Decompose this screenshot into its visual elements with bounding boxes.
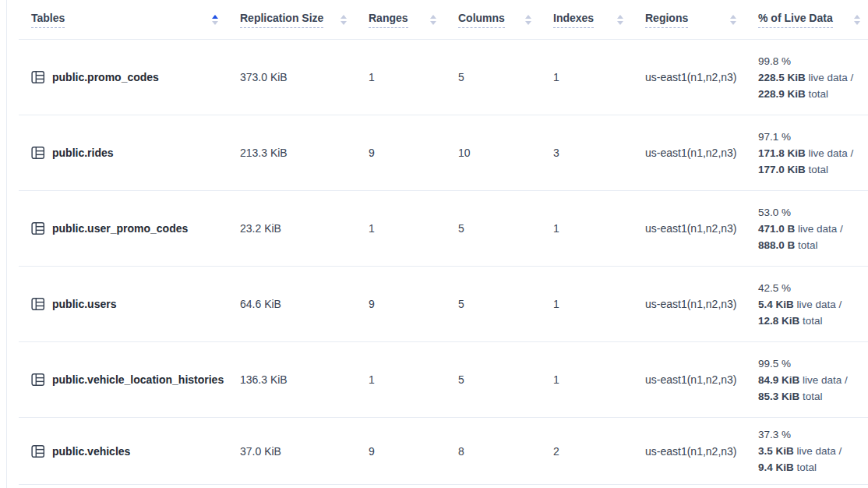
columns-cell: 5 [444,342,539,417]
column-header-indexes[interactable]: Indexes [539,0,631,39]
regions-cell: us-east1(n1,n2,n3) [631,418,744,484]
table-row[interactable]: public.rides 213.3 KiB 9 10 3 us-east1(n… [19,115,868,191]
indexes-cell: 3 [539,115,631,190]
table-name-cell: public.users [19,267,226,341]
table-icon [31,70,45,84]
table-name-link[interactable]: public.promo_codes [52,71,159,83]
live-data-percent: 42.5 % [758,280,791,296]
sort-icon[interactable] [430,15,436,25]
total-data-bytes: 888.0 B total [758,237,818,253]
live-data-cell: 99.5 % 84.9 KiB live data / 85.3 KiB tot… [744,342,868,417]
column-header-label: Columns [458,12,505,28]
table-icon [31,297,45,311]
left-panel-edge [6,0,7,488]
live-data-bytes: 3.5 KiB live data / [758,443,842,459]
live-data-bytes: 5.4 KiB live data / [758,296,842,313]
table-name-cell: public.rides [19,115,226,190]
column-header-live-data[interactable]: % of Live Data [744,0,868,39]
columns-cell: 5 [444,267,539,341]
column-header-label: Indexes [553,12,594,28]
table-row[interactable]: public.vehicles 37.0 KiB 9 8 2 us-east1(… [19,418,868,485]
total-data-bytes: 228.9 KiB total [758,86,828,102]
replication-size-cell: 37.0 KiB [226,418,355,484]
live-data-percent: 97.1 % [758,129,791,145]
table-name-link[interactable]: public.vehicles [52,445,130,458]
table-name-link[interactable]: public.user_promo_codes [52,222,188,235]
total-data-bytes: 12.8 KiB total [758,313,823,329]
table-icon [31,373,45,387]
replication-size-cell: 373.0 KiB [226,40,355,115]
regions-cell: us-east1(n1,n2,n3) [631,115,744,190]
ranges-cell: 9 [355,418,444,484]
regions-cell: us-east1(n1,n2,n3) [631,267,744,341]
table-row[interactable]: public.vehicle_location_histories 136.3 … [19,342,868,418]
replication-size-cell: 64.6 KiB [226,267,355,341]
ranges-cell: 1 [355,342,444,417]
live-data-percent: 99.8 % [758,53,791,69]
regions-cell: us-east1(n1,n2,n3) [631,191,744,266]
regions-cell: us-east1(n1,n2,n3) [631,40,744,115]
live-data-cell: 37.3 % 3.5 KiB live data / 9.4 KiB total [744,418,868,484]
table-icon [31,444,45,458]
sort-icon[interactable] [854,15,860,25]
live-data-bytes: 228.5 KiB live data / [758,69,853,86]
indexes-cell: 1 [539,40,631,115]
replication-size-cell: 213.3 KiB [226,115,355,190]
live-data-cell: 97.1 % 171.8 KiB live data / 177.0 KiB t… [744,115,868,190]
table-icon [31,221,45,235]
columns-cell: 10 [444,115,539,190]
live-data-bytes: 84.9 KiB live data / [758,372,848,388]
total-data-bytes: 85.3 KiB total [758,388,823,405]
sort-icon[interactable] [525,15,531,25]
total-data-bytes: 177.0 KiB total [758,161,828,178]
table-row[interactable]: public.promo_codes 373.0 KiB 1 5 1 us-ea… [19,40,868,115]
live-data-percent: 99.5 % [758,355,791,372]
column-header-label: Tables [31,12,65,28]
ranges-cell: 1 [355,191,444,266]
column-header-label: Ranges [369,12,408,28]
table-name-link[interactable]: public.users [52,298,116,310]
ranges-cell: 1 [355,40,444,115]
tables-list: Tables Replication Size Ranges Columns I… [19,0,868,485]
ranges-cell: 9 [355,267,444,341]
column-header-columns[interactable]: Columns [444,0,539,39]
table-name-cell: public.vehicle_location_histories [19,342,226,417]
table-header-row: Tables Replication Size Ranges Columns I… [19,0,868,40]
indexes-cell: 1 [539,267,631,341]
sort-icon[interactable] [730,15,736,25]
indexes-cell: 2 [539,418,631,484]
column-header-label: Replication Size [240,12,323,28]
live-data-cell: 99.8 % 228.5 KiB live data / 228.9 KiB t… [744,40,868,115]
table-icon [31,146,45,160]
table-name-cell: public.user_promo_codes [19,191,226,266]
live-data-cell: 53.0 % 471.0 B live data / 888.0 B total [744,191,868,266]
sort-icon[interactable] [340,15,347,25]
live-data-bytes: 471.0 B live data / [758,221,843,237]
table-name-link[interactable]: public.vehicle_location_histories [52,373,224,386]
column-header-replication-size[interactable]: Replication Size [226,0,355,39]
column-header-label: Regions [645,12,688,28]
live-data-percent: 37.3 % [758,426,791,443]
indexes-cell: 1 [539,342,631,417]
sort-icon[interactable] [617,15,623,25]
column-header-ranges[interactable]: Ranges [355,0,444,39]
indexes-cell: 1 [539,191,631,266]
live-data-bytes: 171.8 KiB live data / [758,145,853,161]
sort-icon[interactable] [212,15,218,25]
live-data-percent: 53.0 % [758,204,791,221]
column-header-regions[interactable]: Regions [631,0,744,39]
table-row[interactable]: public.user_promo_codes 23.2 KiB 1 5 1 u… [19,191,868,267]
table-name-cell: public.promo_codes [19,40,226,115]
live-data-cell: 42.5 % 5.4 KiB live data / 12.8 KiB tota… [744,267,868,341]
regions-cell: us-east1(n1,n2,n3) [631,342,744,417]
columns-cell: 5 [444,40,539,115]
table-row[interactable]: public.users 64.6 KiB 9 5 1 us-east1(n1,… [19,267,868,342]
column-header-label: % of Live Data [758,12,833,28]
table-name-link[interactable]: public.rides [52,147,114,159]
total-data-bytes: 9.4 KiB total [758,459,817,476]
replication-size-cell: 136.3 KiB [226,342,355,417]
columns-cell: 5 [444,191,539,266]
column-header-tables[interactable]: Tables [19,0,226,39]
columns-cell: 8 [444,418,539,484]
table-name-cell: public.vehicles [19,418,226,484]
